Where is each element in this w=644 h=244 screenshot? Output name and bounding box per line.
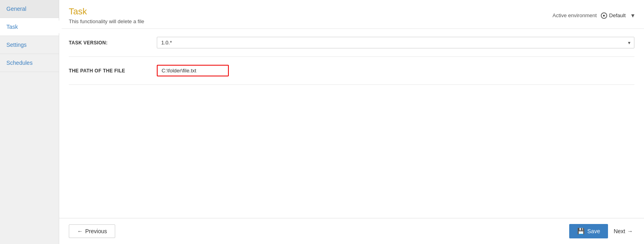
header-left: Task This functionality will delete a fi… xyxy=(69,6,144,24)
env-name: Default xyxy=(609,12,626,18)
sidebar: General Task Settings Schedules xyxy=(0,0,59,244)
file-path-control xyxy=(157,65,634,76)
page-title: Task xyxy=(69,6,144,17)
task-version-select[interactable]: 1.0.* xyxy=(157,37,634,48)
file-path-input[interactable] xyxy=(157,65,229,76)
sidebar-item-label: Task xyxy=(6,24,18,30)
sidebar-item-label: General xyxy=(6,6,26,12)
task-version-control: 1.0.* ▾ xyxy=(157,37,634,48)
sidebar-item-general[interactable]: General xyxy=(0,0,59,18)
previous-label: Previous xyxy=(85,228,107,234)
save-icon: 💾 xyxy=(577,228,585,235)
task-version-row: TASK VERSION: 1.0.* ▾ xyxy=(69,29,634,57)
sidebar-item-label: Settings xyxy=(6,42,27,48)
sidebar-item-schedules[interactable]: Schedules xyxy=(0,54,59,72)
file-path-row: THE PATH OF THE FILE xyxy=(69,57,634,85)
arrow-right-icon: → xyxy=(627,228,633,234)
env-dropdown-button[interactable]: ▾ xyxy=(631,12,634,19)
next-button[interactable]: Next → xyxy=(612,225,634,238)
footer-right: 💾 Save Next → xyxy=(569,224,634,238)
env-label: Active environment xyxy=(552,12,597,18)
main-panel: Task This functionality will delete a fi… xyxy=(59,0,644,244)
save-label: Save xyxy=(587,228,600,234)
footer: ← Previous 💾 Save Next → xyxy=(59,218,644,244)
arrow-left-icon: ← xyxy=(77,228,83,234)
sidebar-item-label: Schedules xyxy=(6,60,32,66)
sidebar-item-task[interactable]: Task xyxy=(0,18,59,36)
env-badge: ● Default xyxy=(601,12,626,19)
previous-button[interactable]: ← Previous xyxy=(69,224,115,238)
page-header: Task This functionality will delete a fi… xyxy=(59,0,644,29)
next-label: Next xyxy=(614,228,625,234)
form-content: TASK VERSION: 1.0.* ▾ THE PATH OF THE FI… xyxy=(59,29,644,218)
sidebar-item-settings[interactable]: Settings xyxy=(0,36,59,54)
save-button[interactable]: 💾 Save xyxy=(569,224,608,238)
file-path-label: THE PATH OF THE FILE xyxy=(69,68,157,74)
header-right: Active environment ● Default ▾ xyxy=(552,12,634,19)
task-version-label: TASK VERSION: xyxy=(69,40,157,46)
page-subtitle: This functionality will delete a file xyxy=(69,18,144,24)
globe-icon: ● xyxy=(601,12,607,19)
